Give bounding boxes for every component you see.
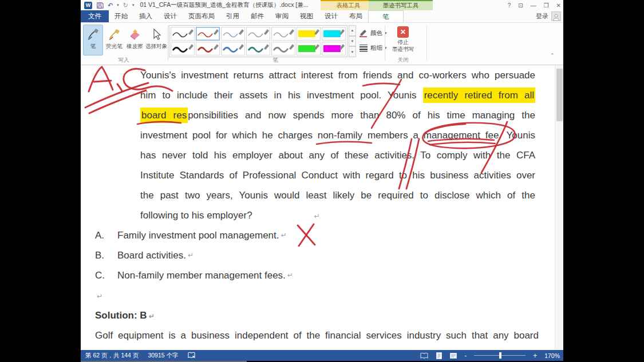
undo-dropdown-icon[interactable]: ▾	[117, 3, 119, 7]
ribbon: 笔 荧光笔 橡皮擦 选择对象 写入 ▲ ▼ ▼	[81, 23, 563, 65]
zoom-out-button[interactable]: -	[464, 352, 467, 360]
pen-style-swatch[interactable]	[246, 42, 270, 55]
qat-customize-icon[interactable]: ▾	[132, 3, 135, 7]
pen-style-swatch[interactable]	[221, 27, 245, 41]
paragraph-mark: ↵	[281, 225, 287, 245]
highlighter-tool-button[interactable]: 荧光笔	[104, 25, 124, 55]
ribbon-tab-笔[interactable]: 笔	[368, 10, 404, 22]
paragraph-mark: ↵	[188, 245, 193, 265]
ribbon-tab-开始[interactable]: 开始	[109, 10, 133, 22]
contextual-tab-table-tools: 表格工具	[321, 0, 376, 10]
pen-style-swatch[interactable]	[246, 27, 270, 41]
document-area[interactable]: Younis's investment returns attract inte…	[81, 65, 563, 350]
eraser-tool-button[interactable]: 橡皮擦	[125, 25, 145, 55]
body-text: investment pool for which he charges non…	[140, 130, 535, 141]
help-button[interactable]: ?	[508, 2, 511, 9]
minimize-button[interactable]: —	[531, 2, 536, 9]
ink-color-label: 颜色	[370, 29, 382, 37]
doc-line-option: A.Family investment pool management.↵	[95, 225, 555, 245]
zoom-slider[interactable]	[474, 355, 526, 356]
pen-group-label: 笔	[258, 57, 293, 64]
vertical-scrollbar[interactable]	[555, 65, 563, 350]
scrollbar-thumb[interactable]	[556, 69, 563, 121]
paragraph-mark: ↵	[287, 265, 293, 285]
word-app-icon[interactable]: W	[84, 2, 92, 9]
pen-style-swatch[interactable]	[196, 42, 220, 55]
print-layout-button[interactable]	[436, 352, 442, 359]
stop-inking-button[interactable]: ✕ 停止 墨迹书写	[389, 25, 417, 55]
ribbon-tab-插入[interactable]: 插入	[133, 10, 158, 22]
sign-in[interactable]: 登录	[536, 10, 563, 22]
close-button[interactable]: ✕	[556, 2, 561, 9]
pen-style-swatch[interactable]	[221, 42, 245, 55]
doc-line-option: B.Board activities.↵	[95, 245, 555, 265]
body-text: Golf equipment is a business independent…	[95, 330, 539, 341]
zoom-slider-handle[interactable]	[499, 352, 501, 359]
ribbon-tab-文件[interactable]: 文件	[81, 10, 109, 22]
doc-line-para-end: following to his employer?↵	[140, 205, 535, 225]
pen-icon	[86, 27, 100, 41]
ink-color-button[interactable]: 颜色 ▾	[359, 27, 392, 39]
ribbon-tab-row: 文件开始插入设计页面布局引用邮件审阅视图设计布局笔 登录	[81, 10, 563, 23]
sign-in-label: 登录	[536, 12, 548, 21]
ribbon-tab-布局[interactable]: 布局	[343, 10, 368, 22]
group-separator	[385, 25, 385, 61]
ink-thickness-button[interactable]: 粗细 ▾	[359, 42, 392, 54]
avatar[interactable]	[551, 11, 561, 21]
screen: W ↶ ▾ ↻ ▾ 01 V1_CFA一级百题预测_道德_金程教育（授课版）.d…	[0, 0, 644, 362]
group-separator	[426, 25, 427, 61]
highlighter-icon	[108, 27, 121, 41]
highlighted-text: recently retired from all	[423, 87, 535, 103]
select-objects-button[interactable]: 选择对象	[145, 25, 168, 55]
person-icon	[552, 13, 560, 21]
restore-button[interactable]: ❐	[544, 2, 549, 9]
ribbon-tab-审阅[interactable]: 审阅	[270, 10, 294, 22]
ribbon-tab-引用[interactable]: 引用	[220, 10, 245, 22]
pen-style-swatch[interactable]	[171, 27, 195, 41]
highlighter-style-swatch[interactable]	[297, 27, 321, 41]
doc-line-pilcrow-only: ↵	[95, 285, 555, 305]
doc-line-solution: Solution: B↵	[95, 305, 555, 325]
highlighter-style-swatch[interactable]	[322, 27, 346, 41]
group-separator	[168, 25, 168, 61]
pen-gallery-grid	[169, 25, 347, 57]
ribbon-display-options-button[interactable]: ⊡	[518, 2, 523, 9]
highlighter-style-swatch[interactable]	[322, 42, 346, 55]
pen-style-swatch[interactable]	[271, 42, 295, 55]
quick-access-toolbar: W ↶ ▾ ↻ ▾	[81, 2, 134, 9]
pen-style-swatch[interactable]	[196, 27, 220, 41]
save-icon[interactable]	[96, 2, 104, 9]
zoom-level[interactable]: 170%	[544, 352, 560, 359]
option-letter: A.	[95, 225, 117, 245]
read-mode-button[interactable]	[420, 352, 428, 359]
gallery-scroll-down-button[interactable]: ▼	[349, 36, 356, 47]
gallery-scroll-up-button[interactable]: ▲	[349, 25, 356, 36]
option-letter: C.	[95, 265, 117, 285]
ribbon-tab-页面布局[interactable]: 页面布局	[183, 10, 220, 22]
redo-icon[interactable]: ↻	[123, 2, 128, 9]
undo-icon[interactable]: ↶	[108, 2, 113, 9]
zoom-in-button[interactable]: +	[533, 352, 537, 360]
cursor-arrow-icon	[149, 27, 163, 41]
body-text: ponsibilities and now spends more than 8…	[188, 110, 535, 121]
ribbon-tab-设计[interactable]: 设计	[158, 10, 183, 22]
proofing-status-icon[interactable]	[188, 352, 195, 359]
option-text: Non-family member management fees.	[117, 265, 286, 285]
ribbon-tab-设计[interactable]: 设计	[319, 10, 343, 22]
gallery-more-button[interactable]: ▼	[349, 46, 356, 57]
write-group-label: 写入	[104, 57, 144, 64]
eraser-tool-label: 橡皮擦	[127, 43, 143, 50]
web-layout-button[interactable]	[450, 352, 457, 359]
page-indicator[interactable]: 第 62 页，共 144 页	[85, 352, 139, 360]
pen-tool-button[interactable]: 笔	[83, 25, 103, 55]
highlighter-style-swatch[interactable]	[297, 42, 321, 55]
collapse-ribbon-button[interactable]: ⌃	[550, 53, 555, 58]
body-text: has never told his employer about any of…	[140, 150, 535, 161]
pen-style-swatch[interactable]	[171, 42, 195, 55]
ink-thickness-label: 粗细	[370, 44, 382, 52]
solution-text: Solution: B	[95, 310, 147, 321]
ribbon-tab-邮件[interactable]: 邮件	[245, 10, 270, 22]
pen-style-swatch[interactable]	[271, 27, 295, 41]
word-count[interactable]: 30915 个字	[148, 352, 178, 360]
ribbon-tab-视图[interactable]: 视图	[294, 10, 319, 22]
